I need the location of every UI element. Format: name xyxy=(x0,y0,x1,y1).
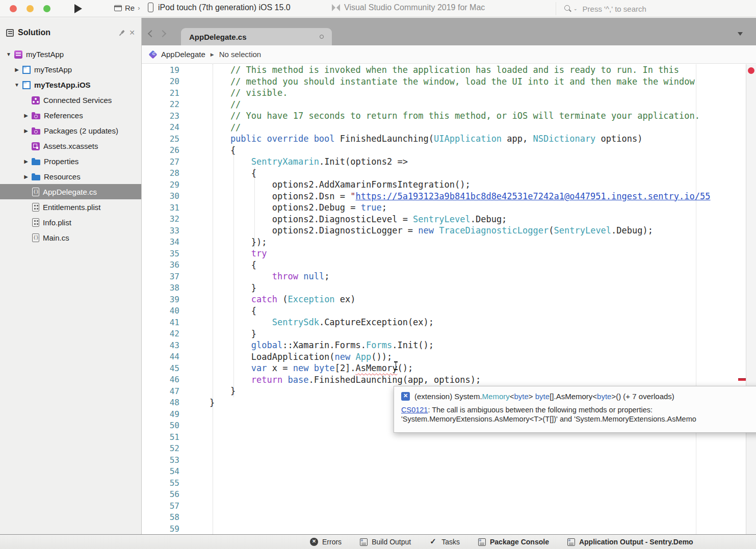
code-line-21[interactable]: 21 // visible. xyxy=(142,87,756,99)
chevron-right-icon[interactable]: ▶ xyxy=(20,174,32,179)
code-line-55[interactable]: 55 xyxy=(142,477,756,489)
tree-item-mytestapp[interactable]: ▶myTestApp xyxy=(0,62,141,77)
pad-button-errors[interactable]: Errors xyxy=(310,538,342,546)
line-number: 42 xyxy=(142,329,186,338)
build-configuration-selector[interactable]: Re › xyxy=(114,4,140,12)
tree-item-mytestapp[interactable]: ▼myTestApp xyxy=(0,46,141,62)
zoom-window-button[interactable] xyxy=(43,5,50,12)
code-line-35[interactable]: 35 try xyxy=(142,248,756,259)
code-line-19[interactable]: 19 // This method is invoked when the ap… xyxy=(142,64,756,76)
code-line-26[interactable]: 26 { xyxy=(142,145,756,156)
tree-item-info-plist[interactable]: Info.plist xyxy=(0,215,141,230)
line-number: 50 xyxy=(142,421,186,430)
tab-appdelegate[interactable]: AppDelegate.cs xyxy=(181,28,332,45)
navigate-back-button[interactable] xyxy=(148,30,155,37)
tree-item-appdelegate-cs[interactable]: AppDelegate.cs xyxy=(0,184,141,199)
chevron-right-icon[interactable]: ▶ xyxy=(20,113,32,118)
breadcrumb-class[interactable]: AppDelegate xyxy=(161,50,205,59)
titlebar: Re › iPod touch (7th generation) iOS 15.… xyxy=(0,0,756,17)
tab-modified-indicator-icon xyxy=(320,35,324,39)
pad-button-application-output-sentry-demo[interactable]: Application Output - Sentry.Demo xyxy=(567,538,693,546)
code-line-31[interactable]: 31 options2.Debug = true; xyxy=(142,202,756,214)
code-lines: 19 // This method is invoked when the ap… xyxy=(142,64,756,534)
code-line-23[interactable]: 23 // You have 17 seconds to return from… xyxy=(142,110,756,122)
code-line-22[interactable]: 22 // xyxy=(142,99,756,111)
tree-item-connected-services[interactable]: Connected Services xyxy=(0,92,141,108)
search-icon xyxy=(564,5,571,12)
code-line-56[interactable]: 56 xyxy=(142,489,756,501)
search-input[interactable]: ⌄ Press '^,' to search xyxy=(556,2,752,15)
line-number: 31 xyxy=(142,203,186,213)
file-plist-icon xyxy=(32,203,39,212)
code-line-41[interactable]: 41 SentrySdk.CaptureException(ex); xyxy=(142,317,756,328)
tree-item-main-cs[interactable]: Main.cs xyxy=(0,230,141,245)
tree-item-assets-xcassets[interactable]: Assets.xcassets xyxy=(0,138,141,153)
code-line-59[interactable]: 59 xyxy=(142,523,756,534)
code-line-28[interactable]: 28 { xyxy=(142,168,756,179)
breadcrumb-selection[interactable]: No selection xyxy=(219,50,262,59)
tab-label: AppDelegate.cs xyxy=(189,33,247,41)
code-line-33[interactable]: 33 options2.DiagnosticLogger = new Trace… xyxy=(142,225,756,237)
line-number: 55 xyxy=(142,478,186,488)
code-line-27[interactable]: 27 SentryXamarin.Init(options2 => xyxy=(142,156,756,168)
tab-overflow-dropdown[interactable] xyxy=(738,32,743,36)
error-code-link[interactable]: CS0121 xyxy=(401,406,428,414)
code-line-39[interactable]: 39 catch (Exception ex) xyxy=(142,294,756,305)
minimize-window-button[interactable] xyxy=(27,5,34,12)
line-number: 39 xyxy=(142,295,186,304)
code-line-57[interactable]: 57 xyxy=(142,500,756,512)
chevron-right-icon[interactable]: ▶ xyxy=(20,159,32,164)
code-line-36[interactable]: 36 { xyxy=(142,259,756,271)
code-line-20[interactable]: 20 // method you should instantiate the … xyxy=(142,76,756,88)
close-window-button[interactable] xyxy=(10,5,17,12)
tree-item-references[interactable]: ▶References xyxy=(0,108,141,123)
device-selector[interactable]: iPod touch (7th generation) iOS 15.0 xyxy=(148,3,291,12)
code-line-52[interactable]: 52 xyxy=(142,443,756,455)
navigate-forward-button[interactable] xyxy=(159,30,166,37)
code-text: { xyxy=(186,168,256,179)
pad-button-build-output[interactable]: Build Output xyxy=(360,538,411,546)
pad-button-package-console[interactable]: Package Console xyxy=(478,538,549,546)
tree-item-packages-2-updates[interactable]: ▶Packages (2 updates) xyxy=(0,123,141,138)
chevron-down-icon[interactable]: ▼ xyxy=(11,82,22,88)
build-output-icon xyxy=(360,538,368,546)
tree-item-entitlements-plist[interactable]: Entitlements.plist xyxy=(0,199,141,215)
chevron-right-icon[interactable]: ▶ xyxy=(11,67,22,72)
tree-item-resources[interactable]: ▶Resources xyxy=(0,169,141,184)
code-line-38[interactable]: 38 } xyxy=(142,282,756,294)
code-text: throw null; xyxy=(186,271,329,282)
code-line-29[interactable]: 29 options2.AddXamarinFormsIntegration()… xyxy=(142,179,756,191)
tree-item-properties[interactable]: ▶Properties xyxy=(0,153,141,169)
pin-pad-button[interactable] xyxy=(117,28,126,37)
tooltip-error-text: : The call is ambiguous between the foll… xyxy=(428,406,653,414)
code-line-46[interactable]: 46 return base.FinishedLaunching(app, op… xyxy=(142,374,756,386)
code-line-25[interactable]: 25 public override bool FinishedLaunchin… xyxy=(142,133,756,145)
window-title-text: Visual Studio Community 2019 for Mac xyxy=(344,3,485,12)
tree-item-label: myTestApp xyxy=(34,65,72,74)
chevron-down-icon[interactable]: ▼ xyxy=(3,51,14,57)
code-line-54[interactable]: 54 xyxy=(142,466,756,478)
chevron-right-icon[interactable]: ▶ xyxy=(20,128,32,134)
line-number: 45 xyxy=(142,363,186,373)
code-line-30[interactable]: 30 options2.Dsn = "https://5a193123a9b84… xyxy=(142,191,756,202)
code-line-42[interactable]: 42 } xyxy=(142,328,756,340)
code-line-24[interactable]: 24 // xyxy=(142,122,756,134)
close-pad-button[interactable]: ✕ xyxy=(129,29,135,36)
editor-scrollbar[interactable] xyxy=(746,64,756,534)
code-line-34[interactable]: 34 }); xyxy=(142,237,756,248)
code-line-32[interactable]: 32 options2.DiagnosticLevel = SentryLeve… xyxy=(142,214,756,225)
code-line-45[interactable]: 45 var x = new byte[2].AsMemory(); xyxy=(142,362,756,374)
tree-item-mytestapp-ios[interactable]: ▼myTestApp.iOS xyxy=(0,77,141,92)
code-line-44[interactable]: 44 LoadApplication(new App()); xyxy=(142,351,756,363)
code-line-51[interactable]: 51 xyxy=(142,431,756,443)
pad-button-tasks[interactable]: Tasks xyxy=(429,538,460,546)
code-line-37[interactable]: 37 throw null; xyxy=(142,271,756,282)
line-number: 49 xyxy=(142,409,186,419)
code-line-43[interactable]: 43 global::Xamarin.Forms.Forms.Init(); xyxy=(142,339,756,351)
code-line-53[interactable]: 53 xyxy=(142,454,756,466)
run-button[interactable] xyxy=(74,4,82,13)
window-title: Visual Studio Community 2019 for Mac xyxy=(332,3,485,12)
code-editor[interactable]: 19 // This method is invoked when the ap… xyxy=(142,64,756,534)
code-line-58[interactable]: 58 xyxy=(142,512,756,524)
code-line-40[interactable]: 40 { xyxy=(142,305,756,317)
